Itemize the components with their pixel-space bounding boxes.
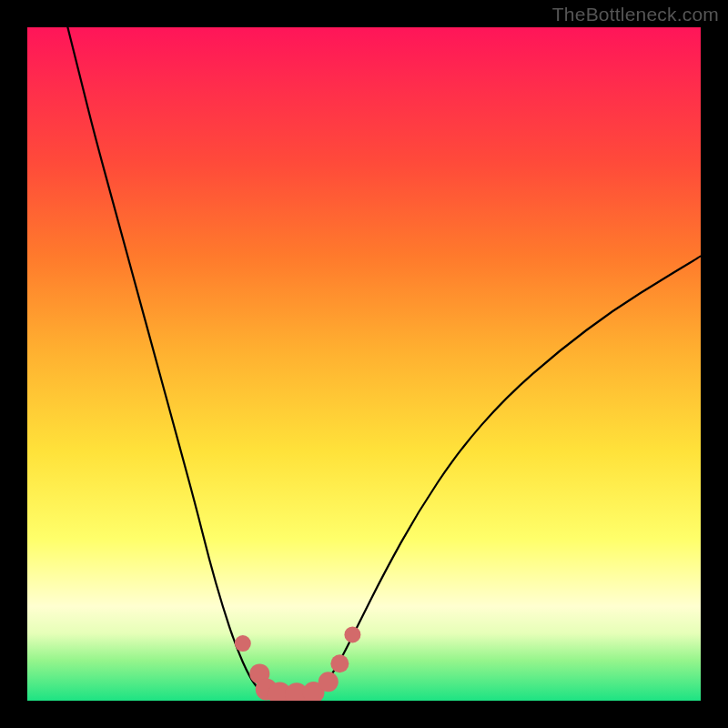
marker-group — [235, 626, 361, 701]
watermark-text: TheBottleneck.com — [552, 4, 719, 25]
bottleneck-curve — [67, 27, 701, 695]
plot-area — [27, 27, 701, 701]
curve-marker — [318, 672, 339, 692]
curve-marker — [344, 626, 360, 642]
curve-marker — [235, 635, 251, 652]
chart-frame: TheBottleneck.com — [0, 0, 728, 728]
curve-layer — [27, 27, 701, 701]
curve-marker — [330, 654, 349, 672]
